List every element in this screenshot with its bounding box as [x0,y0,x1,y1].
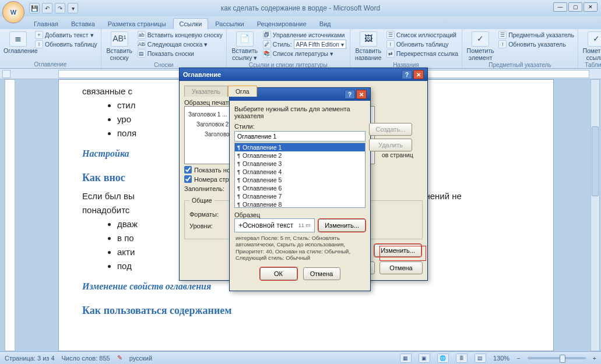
ribbon-tabs: Главная Вставка Разметка страницы Ссылки… [0,16,601,29]
insert-endnote-button[interactable]: abВставить концевую сноску [138,30,223,40]
tab-index[interactable]: Указатель [184,86,228,97]
word-count[interactable]: Число слов: 855 [62,355,110,362]
heading: Как пользоваться содержанием [82,302,530,319]
insert-caption-button[interactable]: 🖼 Вставить название [354,30,383,61]
tab-references[interactable]: Ссылки [173,18,209,29]
insert-footnote-button[interactable]: AB¹ Вставить сноску [105,30,134,61]
list-icon: ☰ [386,31,395,39]
draft-view-icon[interactable]: ▤ [475,354,486,363]
group-toc-label: Оглавление [3,61,97,68]
zoom-out-icon[interactable]: − [516,355,520,362]
list-item[interactable]: ¶Оглавление 5 [235,176,365,184]
crossref-icon: ⇄ [386,50,395,58]
manage-icon: 🗐 [263,31,271,39]
list-item[interactable]: ¶Оглавление 1 [235,143,365,151]
save-icon[interactable]: 💾 [29,3,40,13]
cancel-button[interactable]: Отмена [379,261,423,274]
scrollbar-thumb[interactable] [592,126,599,196]
right-align-checkbox[interactable] [184,175,192,183]
refresh-icon: ! [35,40,43,48]
proofing-icon[interactable]: ✎ [117,354,122,362]
modify-button[interactable]: Изменить... [318,219,365,232]
style-name-input[interactable] [234,131,365,142]
list-item[interactable]: ¶Оглавление 8 [235,200,365,208]
refresh-icon: ! [498,40,507,48]
table-of-figures-button[interactable]: ☰Список иллюстраций [386,30,458,40]
new-button[interactable]: Создать... [369,123,412,136]
cross-reference-button[interactable]: ⇄Перекрестная ссылка [386,49,458,58]
tab-selector[interactable] [2,70,10,78]
update-tof-button[interactable]: !Обновить таблицу [386,40,458,49]
web-layout-view-icon[interactable]: 🌐 [437,354,449,363]
manage-sources-button[interactable]: 🗐Управление источниками [263,30,346,40]
ok-button[interactable]: ОК [260,267,297,280]
tab-mailings[interactable]: Рассылки [209,19,249,29]
leader-label: Заполнитель: [184,185,226,192]
insert-index-button[interactable]: ☰Предметный указатель [498,30,574,40]
list-item[interactable]: ¶Оглавление 6 [235,184,365,192]
zoom-in-icon[interactable]: + [593,355,596,362]
tab-review[interactable]: Рецензирование [251,19,312,29]
mark-entry-button[interactable]: ✓ Пометить элемент [466,30,495,61]
tab-insert[interactable]: Вставка [65,19,101,29]
style-combo[interactable]: APA Fifth Edition ▾ [294,40,346,49]
list-item[interactable]: ¶Оглавление 4 [235,168,365,176]
next-footnote-button[interactable]: ABСледующая сноска ▾ [138,40,223,49]
dialog-toc-titlebar[interactable]: Оглавление ? ✕ [180,68,427,81]
index-icon: ☰ [498,31,507,39]
qat-more-icon[interactable]: ▾ [68,3,78,13]
outline-view-icon[interactable]: ≣ [456,354,468,363]
add-text-button[interactable]: +Добавить текст ▾ [35,30,97,40]
tab-pagelayout[interactable]: Разметка страницы [102,19,172,29]
styles-listbox[interactable]: ¶Оглавление 1 ¶Оглавление 2 ¶Оглавление … [234,143,365,208]
zoom-slider[interactable] [528,357,586,359]
caption-icon: 🖼 [360,31,377,47]
marklink-icon: ✓ [588,31,601,47]
close-icon[interactable]: ✕ [413,70,424,79]
footnote-icon: AB¹ [111,31,128,47]
delete-button[interactable]: Удалить [369,139,412,151]
page-status[interactable]: Страница: 3 из 4 [5,355,55,362]
office-button[interactable]: W [2,1,24,23]
show-notes-button[interactable]: ▤Показать сноски [138,49,223,58]
styles-label: Стили: [234,123,365,130]
help-button[interactable]: ? [402,70,412,79]
next-icon: AB [138,40,146,48]
list-item[interactable]: ¶Оглавление 7 [235,192,365,200]
close-icon[interactable]: ✕ [356,90,367,99]
tab-view[interactable]: Вид [314,19,337,29]
formats-label: Форматы: [189,211,231,218]
tab-toc[interactable]: Огла [228,86,257,97]
minimize-button[interactable]: — [553,2,567,12]
mark-citation-button[interactable]: ✓ Пометить ссылку [582,30,601,61]
list-item[interactable]: ¶Оглавление 2 [235,151,365,160]
update-table-button[interactable]: !Обновить таблицу [35,40,97,49]
show-pagenum-checkbox[interactable] [184,166,192,174]
close-button[interactable]: ✕ [584,2,598,12]
modify-button[interactable]: Изменить... [374,244,421,257]
toc-button[interactable]: ≣ Оглавление [3,30,33,55]
plus-icon: + [35,31,43,39]
group-index-label: Предметный указатель [466,61,574,69]
toc-icon: ≣ [9,31,27,47]
style-row: 🖉Стиль: APA Fifth Edition ▾ [263,40,346,49]
redo-icon[interactable]: ↷ [55,3,65,13]
maximize-button[interactable]: ▢ [568,2,582,12]
refresh-icon: ! [386,40,395,48]
update-index-button[interactable]: !Обновить указатель [498,40,574,49]
vertical-ruler[interactable] [5,79,15,351]
sample-preview: +Основной текст11 пт [234,218,315,232]
full-screen-view-icon[interactable]: ▣ [419,354,430,363]
zoom-level[interactable]: 130% [493,355,509,362]
tab-home[interactable]: Главная [28,19,64,29]
undo-icon[interactable]: ↶ [42,3,52,13]
help-button[interactable]: ? [345,90,355,99]
insert-citation-button[interactable]: 📄 Вставить ссылку ▾ [230,30,259,61]
list-item[interactable]: ¶Оглавление 3 [235,160,365,168]
vertical-scrollbar[interactable] [591,79,600,351]
bibliography-button[interactable]: 📚Список литературы ▾ [263,49,346,58]
print-layout-view-icon[interactable]: ▦ [400,354,412,363]
cancel-button[interactable]: Отмена [303,267,340,280]
biblio-icon: 📚 [263,50,271,58]
language-status[interactable]: русский [129,355,152,362]
